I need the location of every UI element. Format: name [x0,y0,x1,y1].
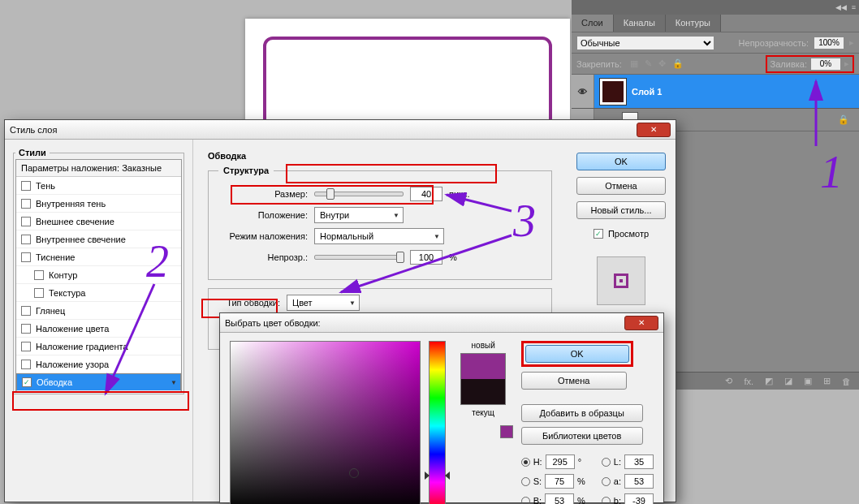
effect-checkbox[interactable] [21,360,31,369]
dialog-titlebar[interactable]: Выбрать цвет обводки: ✕ [220,313,663,333]
effect-checkbox[interactable] [21,235,31,244]
effect-checkbox[interactable] [21,306,31,316]
blending-options-header[interactable]: Параметры наложения: Заказные [16,160,181,177]
layer-name[interactable]: Слой 1 [632,87,662,97]
close-button[interactable]: ✕ [637,123,671,137]
effect-row-2[interactable]: Внешнее свечение [16,213,181,230]
collapse-icon[interactable]: ◀◀ [835,3,847,11]
color-libraries-button[interactable]: Библиотеки цветов [521,427,643,445]
stroke-opacity-input[interactable] [410,250,442,265]
b2-label: b: [614,496,621,504]
lock-transparency-icon[interactable]: ▦ [630,58,638,69]
layer-thumbnail[interactable] [599,78,627,106]
effect-label: Наложение градиента [36,342,128,351]
radio-s[interactable] [521,477,530,486]
effect-row-9[interactable]: Наложение градиента [16,338,181,355]
lock-row: Закрепить: ▦ ✎ ✥ 🔒 Заливка: ▸ [572,54,859,75]
effect-checkbox[interactable] [21,217,31,226]
layer-row-selected[interactable]: 👁 Слой 1 [572,75,859,109]
b-input[interactable] [545,493,574,504]
adjustment-icon[interactable]: ◪ [784,376,792,386]
add-swatch-button[interactable]: Добавить в образцы [521,404,643,422]
effect-row-7[interactable]: Глянец [16,302,181,320]
stroke-opacity-label: Непрозр.: [218,252,308,262]
radio-h[interactable] [521,458,530,467]
effect-row-4[interactable]: Тиснение [16,248,181,266]
lock-paint-icon[interactable]: ✎ [645,58,652,69]
opacity-input[interactable] [814,37,844,50]
group-icon[interactable]: ▣ [804,376,812,386]
b-label: B: [533,496,542,504]
effect-checkbox[interactable] [21,342,31,351]
blendmode-select[interactable]: Нормальный [314,228,444,244]
effect-row-1[interactable]: Внутренняя тень [16,195,181,213]
link-layers-icon[interactable]: ⟲ [725,376,732,386]
color-compare-swatch[interactable] [460,353,506,405]
mask-icon[interactable]: ◩ [765,376,773,386]
opacity-flyout-icon[interactable]: ▸ [849,37,854,48]
effect-row-0[interactable]: Тень [16,177,181,195]
s-input[interactable] [545,474,574,489]
radio-b2[interactable] [602,497,611,505]
fill-control-highlight: Заливка: ▸ [766,55,854,73]
stroketype-select[interactable]: Цвет [287,295,360,311]
ok-button[interactable]: OK [525,345,629,363]
current-label: текущ [472,408,494,417]
hue-slider[interactable] [429,341,445,504]
fill-input[interactable] [810,58,841,71]
radio-l[interactable] [602,458,611,467]
effect-row-11[interactable]: ✓Обводка [16,373,181,391]
color-field[interactable] [230,341,421,504]
stroke-opacity-slider[interactable] [314,255,404,260]
opacity-label: Непрозрачность: [739,38,809,48]
preview-checkbox[interactable]: ✓ [594,229,603,239]
preview-checkbox-row[interactable]: ✓ Просмотр [576,229,666,239]
blend-mode-select[interactable]: Обычные [576,36,714,50]
l-input[interactable] [624,454,654,469]
radio-a[interactable] [602,477,611,486]
size-input[interactable] [410,187,442,201]
effect-row-8[interactable]: Наложение цвета [16,320,181,338]
websafe-swatch[interactable] [500,425,513,438]
effect-checkbox[interactable] [21,252,31,262]
trash-icon[interactable]: 🗑 [842,377,851,386]
visibility-toggle-icon[interactable]: 👁 [572,75,594,108]
radio-b[interactable] [521,497,530,505]
cancel-button[interactable]: Отмена [576,177,666,195]
effect-checkbox[interactable] [21,324,31,334]
effect-checkbox[interactable] [21,199,31,209]
h-input[interactable] [546,454,575,469]
tab-layers[interactable]: Слои [572,15,614,32]
a-input[interactable] [624,474,654,489]
effect-row-3[interactable]: Внутреннее свечение [16,230,181,248]
new-layer-icon[interactable]: ⊞ [823,376,831,386]
tab-channels[interactable]: Каналы [614,15,666,32]
effect-checkbox[interactable] [34,270,44,280]
effect-label: Тиснение [36,252,75,262]
effect-checkbox[interactable] [21,181,31,191]
tab-paths[interactable]: Контуры [666,15,721,32]
fx-icon[interactable]: fx. [744,377,753,386]
panel-menu-icon[interactable]: ≡ [852,3,856,11]
lock-all-icon[interactable]: 🔒 [672,58,684,69]
effect-row-10[interactable]: Наложение узора [16,355,181,373]
dialog-titlebar[interactable]: Стиль слоя ✕ [5,120,676,140]
lock-move-icon[interactable]: ✥ [658,58,666,69]
effect-row-6[interactable]: Текстура [16,284,181,302]
position-select[interactable]: Внутри [314,207,404,223]
effect-label: Наложение узора [36,360,109,369]
b2-input[interactable] [624,493,654,504]
effect-row-5[interactable]: Контур [16,266,181,284]
size-slider[interactable] [314,192,404,196]
highlight-ok: OK [521,341,633,367]
effect-checkbox[interactable] [34,288,44,298]
b-unit: % [577,496,585,504]
close-button[interactable]: ✕ [624,316,658,330]
size-row: Размер: пикс. [218,183,542,205]
new-style-button[interactable]: Новый стиль... [576,201,666,219]
fill-flyout-icon[interactable]: ▸ [844,58,849,69]
stroke-opacity-unit: % [449,252,457,262]
ok-button[interactable]: OK [576,153,666,170]
cancel-button[interactable]: Отмена [521,372,627,390]
effect-checkbox[interactable]: ✓ [22,377,32,387]
